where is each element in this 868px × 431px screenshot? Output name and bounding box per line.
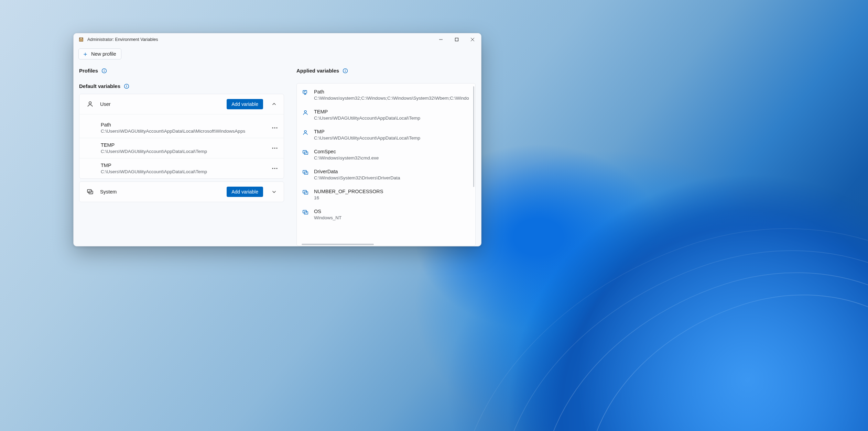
applied-variable-row[interactable]: PathC:\Windows\system32;C:\Windows;C:\Wi… xyxy=(297,85,475,105)
applied-variables-scroll[interactable]: PathC:\Windows\system32;C:\Windows;C:\Wi… xyxy=(297,84,475,246)
variable-value: C:\Windows\System32\Drivers\DriverData xyxy=(314,175,469,180)
app-icon xyxy=(78,37,84,42)
new-profile-button[interactable]: ＋ New profile xyxy=(78,48,121,59)
svg-rect-2 xyxy=(80,38,82,39)
svg-rect-1 xyxy=(79,39,83,41)
window-maximize-button[interactable] xyxy=(449,33,465,46)
variable-value: C:\Users\WDAGUtilityAccount\AppData\Loca… xyxy=(101,129,264,134)
variable-row[interactable]: TEMPC:\Users\WDAGUtilityAccount\AppData\… xyxy=(79,138,284,158)
info-icon[interactable] xyxy=(124,84,129,89)
variable-name: TEMP xyxy=(101,142,264,148)
svg-point-24 xyxy=(345,69,346,70)
svg-point-11 xyxy=(89,102,91,104)
variable-value: Windows_NT xyxy=(314,215,469,220)
variable-name: Path xyxy=(314,89,469,95)
variable-value: C:\Users\WDAGUtilityAccount\AppData\Loca… xyxy=(314,115,469,121)
svg-point-15 xyxy=(272,147,273,148)
chevron-up-icon[interactable] xyxy=(269,99,279,109)
svg-point-17 xyxy=(276,147,277,148)
svg-point-14 xyxy=(276,127,277,128)
new-profile-label: New profile xyxy=(91,51,116,57)
titlebar[interactable]: Administrator: Environment Variables xyxy=(74,33,481,46)
variable-value: C:\Windows\system32;C:\Windows;C:\Window… xyxy=(314,96,469,101)
applied-variable-row[interactable]: NUMBER_OF_PROCESSORS16 xyxy=(297,185,475,205)
system-scope-icon xyxy=(302,209,308,216)
add-variable-user-button[interactable]: Add variable xyxy=(227,99,263,109)
user-group-label: User xyxy=(100,101,220,107)
system-scope-icon xyxy=(302,169,308,176)
applied-variable-row[interactable]: OSWindows_NT xyxy=(297,205,475,224)
svg-point-12 xyxy=(272,127,273,128)
variable-value: C:\Users\WDAGUtilityAccount\AppData\Loca… xyxy=(101,149,264,154)
svg-point-9 xyxy=(126,85,127,86)
system-scope-icon xyxy=(302,189,308,196)
applied-variables-list: PathC:\Windows\system32;C:\Windows;C:\Wi… xyxy=(296,83,476,246)
variable-row[interactable]: TMPC:\Users\WDAGUtilityAccount\AppData\L… xyxy=(79,158,284,178)
system-variables-group: System Add variable xyxy=(79,181,284,202)
info-icon[interactable] xyxy=(101,68,107,74)
svg-point-19 xyxy=(274,168,275,169)
variable-name: ComSpec xyxy=(314,149,469,154)
svg-rect-4 xyxy=(455,38,458,41)
variable-name: Path xyxy=(101,122,264,128)
system-scope-icon xyxy=(302,150,308,156)
profiles-heading: Profiles xyxy=(79,68,98,74)
variable-name: TEMP xyxy=(314,109,469,114)
variable-name: NUMBER_OF_PROCESSORS xyxy=(314,189,469,194)
window-title: Administrator: Environment Variables xyxy=(87,37,158,42)
chevron-down-icon[interactable] xyxy=(269,187,279,197)
variable-name: DriverData xyxy=(314,169,469,174)
variable-row[interactable]: PathC:\Users\WDAGUtilityAccount\AppData\… xyxy=(79,114,284,138)
variable-name: OS xyxy=(314,209,469,214)
more-icon[interactable] xyxy=(269,163,280,174)
system-icon xyxy=(86,188,94,196)
system-group-label: System xyxy=(100,189,220,195)
variable-value: C:\Windows\system32\cmd.exe xyxy=(314,155,469,161)
system-group-header[interactable]: System Add variable xyxy=(79,182,284,202)
variable-value: C:\Users\WDAGUtilityAccount\AppData\Loca… xyxy=(101,169,264,174)
applied-scope-icon xyxy=(302,90,308,96)
toolbar: ＋ New profile xyxy=(74,46,481,60)
more-icon[interactable] xyxy=(269,143,280,154)
variable-value: 16 xyxy=(314,195,469,200)
applied-variable-row[interactable]: DriverDataC:\Windows\System32\Drivers\Dr… xyxy=(297,165,475,185)
variable-name: TMP xyxy=(314,129,469,134)
user-scope-icon xyxy=(302,110,308,116)
more-icon[interactable] xyxy=(269,122,280,133)
window-close-button[interactable] xyxy=(465,33,480,46)
user-icon xyxy=(86,100,94,108)
svg-point-20 xyxy=(276,168,277,169)
applied-variable-row[interactable]: TMPC:\Users\WDAGUtilityAccount\AppData\L… xyxy=(297,125,475,145)
user-scope-icon xyxy=(302,130,308,136)
svg-point-18 xyxy=(272,168,273,169)
svg-point-16 xyxy=(274,147,275,148)
svg-point-13 xyxy=(274,127,275,128)
variable-value: C:\Users\WDAGUtilityAccount\AppData\Loca… xyxy=(314,135,469,141)
user-group-header[interactable]: User Add variable xyxy=(79,94,284,114)
horizontal-scrollbar[interactable] xyxy=(302,244,374,245)
environment-variables-window: Administrator: Environment Variables ＋ N… xyxy=(73,33,481,246)
applied-variable-row[interactable]: ComSpecC:\Windows\system32\cmd.exe xyxy=(297,145,475,165)
add-variable-system-button[interactable]: Add variable xyxy=(227,187,263,197)
window-minimize-button[interactable] xyxy=(433,33,449,46)
applied-variable-row[interactable]: TEMPC:\Users\WDAGUtilityAccount\AppData\… xyxy=(297,105,475,125)
user-variables-group: User Add variable PathC:\Users\WDAGUtili… xyxy=(79,94,284,179)
svg-point-6 xyxy=(104,69,105,70)
variable-name: TMP xyxy=(101,163,264,168)
applied-variables-heading: Applied variables xyxy=(296,68,339,74)
default-variables-heading: Default variables xyxy=(79,83,120,89)
info-icon[interactable] xyxy=(343,68,348,74)
